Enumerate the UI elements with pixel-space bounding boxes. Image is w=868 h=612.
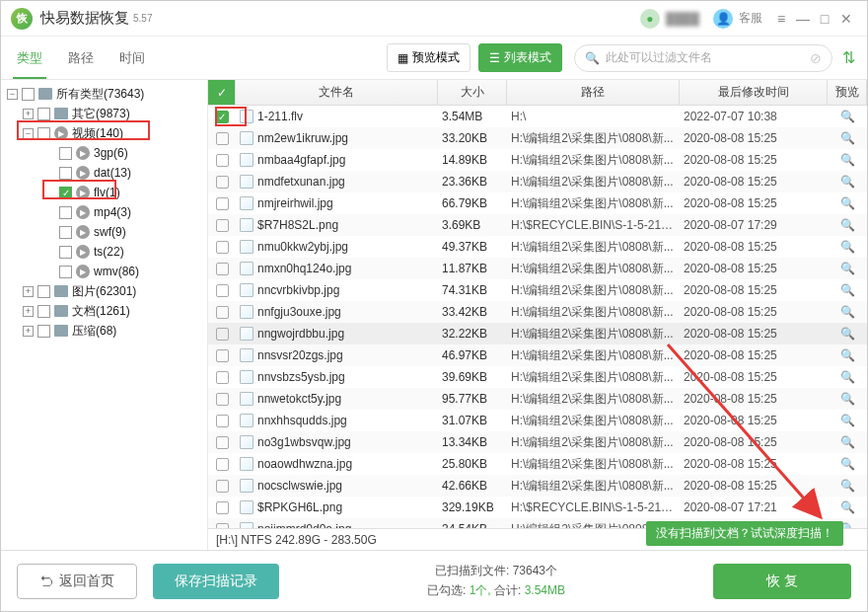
row-checkbox[interactable]: ✓ [216,111,229,123]
table-row[interactable]: nmjreirhwil.jpg66.79KBH:\编辑组2\采集图片\0808\… [208,192,867,214]
table-row[interactable]: no3g1wbsvqw.jpg13.34KBH:\编辑组2\采集图片\0808\… [208,431,867,453]
magnify-icon[interactable]: 🔍 [840,196,855,210]
col-size[interactable]: 大小 [438,80,507,105]
filter-icon[interactable]: ⇅ [842,48,855,67]
file-icon [240,392,253,406]
magnify-icon[interactable]: 🔍 [840,392,855,406]
tree-dat[interactable]: ▶dat(13) [1,163,207,183]
row-checkbox[interactable] [216,132,229,145]
clear-icon[interactable]: ⊘ [810,50,822,66]
tree-all-types[interactable]: −所有类型(73643) [1,84,207,104]
table-row[interactable]: nnxhhsqudds.jpg31.07KBH:\编辑组2\采集图片\0808\… [208,410,867,431]
col-path[interactable]: 路径 [507,80,680,105]
row-checkbox[interactable] [216,328,229,341]
row-checkbox[interactable] [216,415,229,427]
table-row[interactable]: noaowdhwzna.jpg25.80KBH:\编辑组2\采集图片\0808\… [208,453,867,475]
video-icon: ▶ [76,225,90,239]
magnify-icon[interactable]: 🔍 [840,414,855,427]
col-name[interactable]: 文件名 [236,80,438,105]
magnify-icon[interactable]: 🔍 [840,175,855,189]
row-checkbox[interactable] [216,154,229,167]
deep-scan-tip[interactable]: 没有扫描到文档？试试深度扫描！ [646,521,843,546]
row-checkbox[interactable] [216,371,229,384]
tree-other[interactable]: +其它(9873) [1,104,207,123]
tree-picture[interactable]: +图片(62301) [1,281,207,301]
table-row[interactable]: nnwetokct5y.jpg95.77KBH:\编辑组2\采集图片\0808\… [208,388,867,410]
table-row[interactable]: nm2ew1ikruw.jpg33.20KBH:\编辑组2\采集图片\0808\… [208,127,867,149]
tab-type[interactable]: 类型 [13,38,46,79]
table-row[interactable]: nnsvsr20zgs.jpg46.97KBH:\编辑组2\采集图片\0808\… [208,344,867,366]
select-all-checkbox[interactable]: ✓ [208,80,236,105]
table-row[interactable]: nocsclwswie.jpg42.66KBH:\编辑组2\采集图片\0808\… [208,475,867,497]
magnify-icon[interactable]: 🔍 [840,305,855,319]
magnify-icon[interactable]: 🔍 [840,131,855,145]
search-input[interactable]: 🔍 此处可以过滤文件名 ⊘ [574,44,833,72]
magnify-icon[interactable]: 🔍 [840,370,855,384]
row-checkbox[interactable] [216,284,229,297]
row-checkbox[interactable] [216,458,229,471]
magnify-icon[interactable]: 🔍 [840,327,855,341]
service-avatar-icon[interactable]: 👤 [713,9,733,29]
row-checkbox[interactable] [216,436,229,449]
magnify-icon[interactable]: 🔍 [840,435,855,449]
file-path: H:\编辑组2\采集图片\0808\新... [507,282,680,299]
table-row[interactable]: nnfgju3ouxe.jpg33.42KBH:\编辑组2\采集图片\0808\… [208,301,867,323]
row-checkbox[interactable] [216,263,229,275]
table-row[interactable]: nmbaa4gfapf.jpg14.89KBH:\编辑组2\采集图片\0808\… [208,149,867,171]
home-button[interactable]: ⮌返回首页 [17,564,137,599]
tab-time[interactable]: 时间 [115,38,149,79]
list-mode-button[interactable]: ☰列表模式 [478,43,562,72]
tab-path[interactable]: 路径 [64,38,98,79]
magnify-icon[interactable]: 🔍 [840,262,855,275]
row-checkbox[interactable] [216,219,229,232]
close-button[interactable]: ✕ [835,8,857,30]
table-row[interactable]: $RPKGH6L.png329.19KBH:\$RECYCLE.BIN\S-1-… [208,497,867,518]
row-checkbox[interactable] [216,241,229,254]
file-size: 33.42KB [438,305,507,319]
table-row[interactable]: nmdfetxunan.jpg23.36KBH:\编辑组2\采集图片\0808\… [208,171,867,192]
service-label[interactable]: 客服 [739,10,762,27]
magnify-icon[interactable]: 🔍 [840,500,855,514]
row-checkbox[interactable] [216,306,229,319]
row-checkbox[interactable] [216,480,229,493]
menu-button[interactable]: ≡ [770,8,792,30]
table-row[interactable]: nnvsbzs5ysb.jpg39.69KBH:\编辑组2\采集图片\0808\… [208,366,867,388]
magnify-icon[interactable]: 🔍 [840,479,855,493]
tree-flv[interactable]: ✓▶flv(1) [1,183,207,202]
magnify-icon[interactable]: 🔍 [840,218,855,232]
table-row[interactable]: ✓1-211.flv3.54MBH:\2022-07-07 10:38🔍 [208,106,867,127]
table-row[interactable]: nncvrbkivbp.jpg74.31KBH:\编辑组2\采集图片\0808\… [208,279,867,301]
magnify-icon[interactable]: 🔍 [840,348,855,362]
magnify-icon[interactable]: 🔍 [840,457,855,471]
col-preview[interactable]: 预览 [828,80,867,105]
table-row[interactable]: $R7H8S2L.png3.69KBH:\$RECYCLE.BIN\S-1-5-… [208,214,867,236]
table-row[interactable]: nngwojrdbbu.jpg32.22KBH:\编辑组2\采集图片\0808\… [208,323,867,344]
tree-ts[interactable]: ▶ts(22) [1,242,207,262]
file-icon [240,414,253,427]
row-checkbox[interactable] [216,349,229,362]
tree-video[interactable]: −▶视频(140) [1,123,207,143]
row-checkbox[interactable] [216,393,229,406]
col-date[interactable]: 最后修改时间 [680,80,828,105]
row-checkbox[interactable] [216,176,229,189]
recover-button[interactable]: 恢 复 [713,564,851,599]
tree-3gp[interactable]: ▶3gp(6) [1,143,207,163]
tree-wmv[interactable]: ▶wmv(86) [1,262,207,281]
row-checkbox[interactable] [216,197,229,210]
tree-mp4[interactable]: ▶mp4(3) [1,202,207,222]
preview-mode-button[interactable]: ▦预览模式 [387,43,470,72]
save-log-button[interactable]: 保存扫描记录 [153,564,279,599]
magnify-icon[interactable]: 🔍 [840,240,855,254]
minimize-button[interactable]: — [792,8,814,30]
table-row[interactable]: nmu0kkw2ybj.jpg49.37KBH:\编辑组2\采集图片\0808\… [208,236,867,258]
row-checkbox[interactable] [216,501,229,514]
status-icon[interactable]: ● [640,9,660,29]
maximize-button[interactable]: □ [814,8,835,30]
magnify-icon[interactable]: 🔍 [840,110,855,123]
tree-archive[interactable]: +压缩(68) [1,321,207,341]
tree-document[interactable]: +文档(1261) [1,301,207,321]
tree-swf[interactable]: ▶swf(9) [1,222,207,242]
magnify-icon[interactable]: 🔍 [840,283,855,297]
table-row[interactable]: nmxn0hq124o.jpg11.87KBH:\编辑组2\采集图片\0808\… [208,258,867,279]
magnify-icon[interactable]: 🔍 [840,153,855,167]
